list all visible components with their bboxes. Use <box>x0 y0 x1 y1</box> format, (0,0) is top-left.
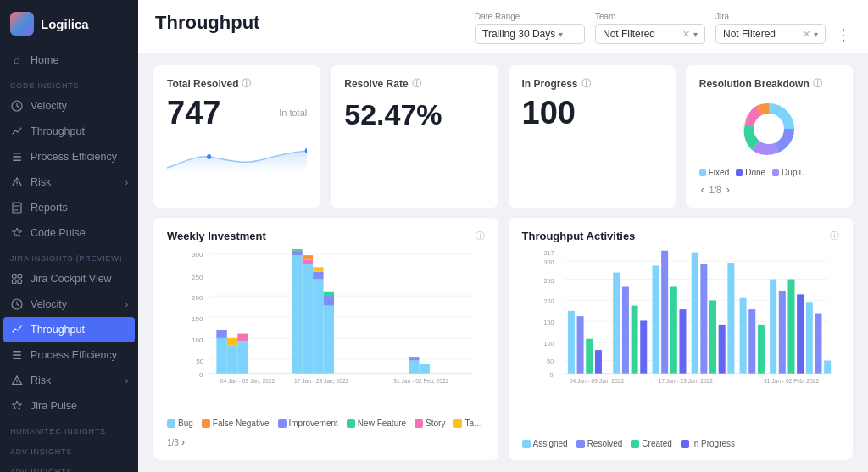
sidebar-item-label: Throughput <box>31 324 85 336</box>
sidebar-item-label: Code Pulse <box>31 227 86 239</box>
logo-icon <box>10 12 34 36</box>
pie-legend: Fixed Done Dupli… ‹ 1/8 <box>699 168 839 196</box>
sidebar-item-process-jira[interactable]: Process Efficiency <box>0 342 138 368</box>
filter-jira: Jira Not Filtered ✕ ▾ <box>715 12 826 44</box>
reports-icon <box>10 201 24 214</box>
clear-team-icon[interactable]: ✕ <box>682 29 690 40</box>
svg-rect-3 <box>13 160 21 162</box>
sidebar-item-home[interactable]: ⌂ Home <box>0 47 138 73</box>
svg-point-15 <box>207 154 211 159</box>
svg-text:04 Jan - 09 Jan, 2022: 04 Jan - 09 Jan, 2022 <box>569 378 624 384</box>
risk-jira-icon <box>10 374 24 387</box>
legend-fixed: Fixed <box>699 168 729 177</box>
sidebar-item-label: Process Efficiency <box>31 349 117 361</box>
pie-prev-button[interactable]: ‹ <box>699 184 706 196</box>
info-icon[interactable]: ⓘ <box>242 77 251 90</box>
chart-legend: Bug False Negative Improvement New Featu… <box>167 419 485 448</box>
svg-rect-89 <box>739 298 746 374</box>
kpi-title: Resolution Breakdown ⓘ <box>699 77 839 90</box>
chart-title: Throughput Activities ⓘ <box>522 230 840 242</box>
date-range-select[interactable]: Trailing 30 Days ▾ <box>475 24 585 44</box>
jira-cockpit-icon <box>10 272 24 286</box>
legend-color-nf <box>347 419 355 428</box>
svg-rect-96 <box>805 302 812 373</box>
more-options-button[interactable]: ⋮ <box>836 25 851 44</box>
section-label-code-insights: CODE INSIGHTS <box>0 73 138 93</box>
svg-text:0: 0 <box>199 371 203 379</box>
svg-rect-7 <box>18 275 22 279</box>
svg-rect-8 <box>13 280 17 284</box>
chart-next-button[interactable]: › <box>181 436 185 448</box>
svg-rect-92 <box>770 280 776 374</box>
svg-text:300: 300 <box>543 259 554 266</box>
team-select[interactable]: Not Filtered ✕ ▾ <box>595 24 705 44</box>
svg-rect-86 <box>709 300 716 373</box>
risk-icon <box>10 175 24 189</box>
pie-next-button[interactable]: › <box>725 184 732 196</box>
svg-rect-90 <box>748 309 755 374</box>
svg-rect-36 <box>227 338 237 346</box>
info-icon[interactable]: ⓘ <box>412 77 421 90</box>
svg-rect-42 <box>303 264 313 374</box>
legend-done: Done <box>736 168 765 177</box>
svg-rect-40 <box>292 251 302 255</box>
legend-new-feature: New Feature <box>347 419 406 428</box>
sidebar-item-codepulse[interactable]: Code Pulse <box>0 220 138 246</box>
throughput-icon <box>10 125 24 138</box>
chart-body: 300 250 200 150 100 50 0 <box>167 249 485 414</box>
kpi-title: In Progress ⓘ <box>522 77 662 90</box>
chart-info-icon[interactable]: ⓘ <box>830 230 839 242</box>
chart-info-icon[interactable]: ⓘ <box>476 230 485 242</box>
sidebar-item-risk-top[interactable]: Risk › <box>0 169 138 195</box>
svg-text:31 Jan - 02 Feb, 2022: 31 Jan - 02 Feb, 2022 <box>393 378 448 384</box>
logo-text: Logilica <box>41 17 89 31</box>
sidebar-item-velocity-top[interactable]: Velocity <box>0 93 138 119</box>
chart-nav: 1/3 › <box>167 436 185 448</box>
chart-legend: Assigned Resolved Created In Progress <box>522 439 840 448</box>
section-label-adv1: ADV INSIGHTS <box>0 439 138 459</box>
filter-team: Team Not Filtered ✕ ▾ <box>595 12 705 44</box>
process-jira-icon <box>10 348 24 362</box>
sidebar-item-label: Risk <box>31 375 51 386</box>
sidebar-item-velocity-jira[interactable]: Velocity › <box>0 292 138 317</box>
sidebar-item-label: Throughput <box>31 125 85 137</box>
legend-created: Created <box>631 439 672 448</box>
sparkline-area <box>167 138 307 172</box>
svg-rect-53 <box>419 364 429 374</box>
sidebar-item-jira-cockpit[interactable]: Jira Cockpit View <box>0 266 138 292</box>
svg-rect-12 <box>13 354 21 356</box>
logo: Logilica <box>0 0 138 47</box>
kpi-value: 100 <box>522 95 662 131</box>
svg-rect-11 <box>13 351 21 353</box>
sidebar-item-risk-jira[interactable]: Risk › <box>0 368 138 393</box>
sidebar-item-throughput-top[interactable]: Throughput <box>0 119 138 144</box>
chevron-down-icon: ▾ <box>559 30 563 39</box>
sidebar-item-throughput-jira[interactable]: Throughput <box>3 317 135 342</box>
svg-rect-51 <box>409 361 419 374</box>
legend-color-resolved <box>576 440 585 448</box>
sidebar-item-reports[interactable]: Reports <box>0 195 138 220</box>
svg-point-4 <box>16 184 17 185</box>
svg-rect-85 <box>700 264 707 374</box>
legend-color <box>699 169 706 176</box>
svg-rect-79 <box>640 320 647 373</box>
sidebar-item-jirapulse[interactable]: Jira Pulse <box>0 393 138 419</box>
legend-color-inprogress <box>681 440 689 448</box>
section-label-humanitec: HUMANITEC INSIGHTS <box>0 419 138 439</box>
info-icon[interactable]: ⓘ <box>581 77 591 90</box>
throughput-jira-icon <box>10 323 24 336</box>
jira-select[interactable]: Not Filtered ✕ ▾ <box>715 24 826 44</box>
svg-rect-48 <box>324 306 334 374</box>
clear-jira-icon[interactable]: ✕ <box>803 29 810 40</box>
svg-rect-46 <box>313 272 323 280</box>
svg-rect-44 <box>303 255 313 259</box>
info-icon[interactable]: ⓘ <box>813 77 822 90</box>
svg-rect-47 <box>313 267 323 271</box>
legend-assigned: Assigned <box>522 439 568 448</box>
sidebar-item-process-top[interactable]: Process Efficiency <box>0 144 138 169</box>
svg-text:300: 300 <box>192 251 203 258</box>
svg-rect-91 <box>757 325 764 374</box>
chevron-down-icon: ▾ <box>814 30 818 39</box>
sidebar-item-label: Process Efficiency <box>31 151 117 163</box>
legend-color-fn <box>202 419 210 428</box>
